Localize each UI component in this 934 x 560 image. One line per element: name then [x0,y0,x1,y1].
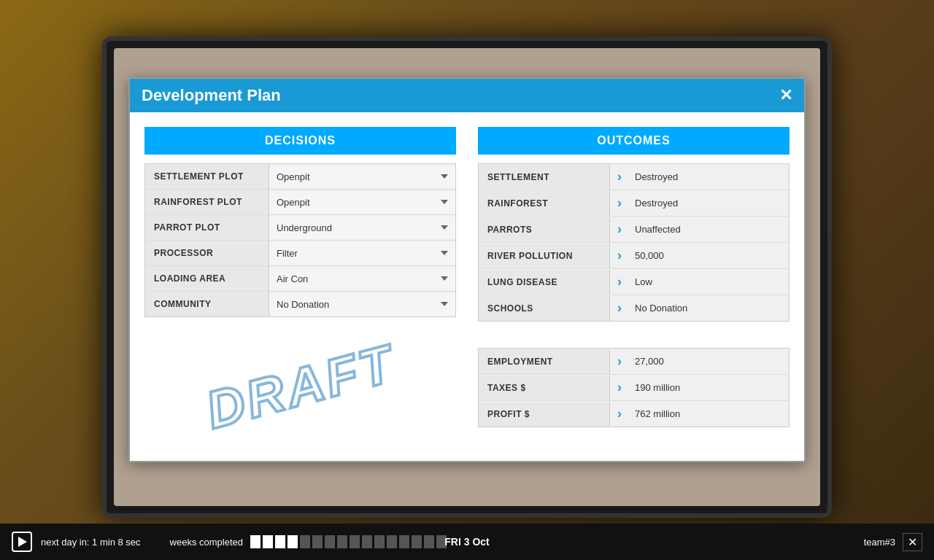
outcome-label-river-pollution: RIVER POLLUTION [479,244,610,268]
table-row: LOADING AREA Air ConStandardOpen [145,266,455,292]
weeks-section: weeks completed [170,535,864,548]
week-block [374,535,385,548]
decision-label-loading-area: LOADING AREA [145,266,269,291]
decisions-header: DECISIONS [144,127,456,155]
decision-select-processor[interactable]: FilterStandardPremium [269,242,455,265]
week-block [287,535,298,548]
outcome-arrow: › [610,354,629,369]
table-row: PROFIT $ › 762 million [479,401,789,427]
decision-label-rainforest-plot: RAINFOREST PLOT [145,190,269,214]
outcome-value-schools: No Donation [629,295,789,321]
outcome-label-taxes: TAXES $ [479,376,610,400]
week-block [412,535,422,548]
team-display: team#3 [864,537,895,548]
table-row: RIVER POLLUTION › 50,000 [479,243,789,269]
dialog-title: Development Plan [142,86,281,105]
outcome-label-lung-disease: LUNG DISEASE [479,270,610,295]
week-block [300,535,310,548]
decision-label-settlement-plot: SETTLEMENT PLOT [145,164,269,189]
outcome-arrow: › [610,169,629,184]
dialog-title-bar: Development Plan ✕ [130,79,804,112]
outcome-label-employment: EMPLOYMENT [479,349,610,374]
week-block [275,535,285,548]
outcomes-economic-table: EMPLOYMENT › 27,000 TAXES $ › 190 millio… [478,348,790,427]
table-row: LUNG DISEASE › Low [479,269,789,295]
week-block [337,535,347,548]
table-row: TAXES $ › 190 million [479,375,789,401]
decision-select-loading-area[interactable]: Air ConStandardOpen [269,268,455,290]
week-block [387,535,397,548]
outcome-value-taxes: 190 million [629,375,789,400]
outcome-value-lung-disease: Low [629,269,789,295]
close-x-button[interactable]: ✕ [903,533,922,551]
decision-select-settlement-plot[interactable]: OpenpitUndergroundStrip [269,166,455,188]
outcome-label-profit: PROFIT $ [479,402,610,427]
outcome-value-parrots: Unaffected [629,217,789,242]
play-button[interactable] [12,532,32,552]
outcome-value-employment: 27,000 [629,349,789,374]
table-row: PARROTS › Unaffected [479,217,789,243]
outcome-arrow: › [610,406,629,421]
decisions-panel: DECISIONS SETTLEMENT PLOT OpenpitUndergr… [144,127,456,446]
outcome-label-schools: SCHOOLS [479,296,610,321]
date-display: FRI 3 Oct [444,536,489,548]
outcome-label-rainforest: RAINFOREST [479,191,610,216]
week-block [325,535,335,548]
table-row: EMPLOYMENT › 27,000 [479,349,789,375]
outcome-arrow: › [610,248,629,263]
draft-watermark: DRAFT [199,332,401,440]
week-block [424,535,434,548]
decision-select-rainforest-plot[interactable]: OpenpitUndergroundStrip [269,191,455,214]
outcome-arrow: › [610,195,629,211]
outcome-arrow: › [610,300,629,316]
outcome-value-rainforest: Destroyed [629,190,789,216]
outcome-arrow: › [610,222,629,237]
weeks-completed-label: weeks completed [170,537,243,548]
decisions-table: SETTLEMENT PLOT OpenpitUndergroundStrip … [144,163,456,317]
decision-select-community[interactable]: No DonationSmall DonationLarge Donation [269,293,455,316]
table-row: COMMUNITY No DonationSmall DonationLarge… [145,292,455,316]
draft-watermark-container: DRAFT [144,326,456,446]
outcomes-panel: OUTCOMES SETTLEMENT › Destroyed RAINFORE… [478,127,790,446]
dialog-body: DECISIONS SETTLEMENT PLOT OpenpitUndergr… [130,112,804,461]
week-block [250,535,260,548]
week-block [362,535,372,548]
table-row: SETTLEMENT PLOT OpenpitUndergroundStrip [145,164,455,190]
outcomes-gap [478,330,790,339]
week-block [399,535,409,548]
outcome-label-settlement: SETTLEMENT [479,165,610,190]
outcome-arrow: › [610,380,629,395]
outcome-label-parrots: PARROTS [479,217,610,242]
dialog-close-button[interactable]: ✕ [779,88,792,104]
table-row: SETTLEMENT › Destroyed [479,164,789,190]
play-icon [18,537,27,547]
outcomes-main-table: SETTLEMENT › Destroyed RAINFOREST › Dest… [478,163,790,322]
outcomes-header: OUTCOMES [478,127,790,155]
decision-select-parrot-plot[interactable]: OpenpitUndergroundStrip [269,217,455,239]
week-block [350,535,360,548]
monitor-frame: Development Plan ✕ DECISIONS SETTLEMENT … [102,36,832,518]
decision-label-parrot-plot: PARROT PLOT [145,215,269,240]
table-row: RAINFOREST PLOT OpenpitUndergroundStrip [145,190,455,215]
monitor-screen: Development Plan ✕ DECISIONS SETTLEMENT … [114,48,820,506]
table-row: PARROT PLOT OpenpitUndergroundStrip [145,215,455,241]
week-block [263,535,273,548]
development-plan-dialog: Development Plan ✕ DECISIONS SETTLEMENT … [128,77,806,462]
outcome-value-settlement: Destroyed [629,164,789,190]
outcome-arrow: › [610,274,629,289]
decision-label-community: COMMUNITY [145,292,269,316]
outcome-value-river-pollution: 50,000 [629,243,789,268]
next-day-label: next day in: 1 min 8 sec [41,537,141,548]
table-row: RAINFOREST › Destroyed [479,190,789,217]
table-row: PROCESSOR FilterStandardPremium [145,241,455,266]
table-row: SCHOOLS › No Donation [479,295,789,321]
decision-label-processor: PROCESSOR [145,241,269,265]
weeks-progress-bar [250,535,447,548]
week-block [312,535,323,548]
bottom-bar: next day in: 1 min 8 sec weeks completed… [0,524,934,560]
outcome-value-profit: 762 million [629,401,789,427]
